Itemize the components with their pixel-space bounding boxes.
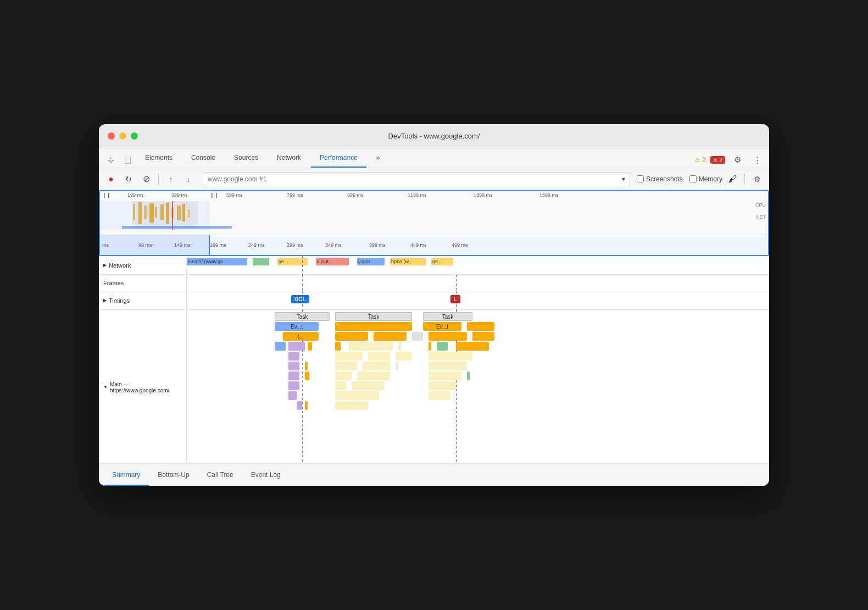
tab-elements[interactable]: Elements (136, 148, 181, 168)
row4-bar-2 (288, 342, 305, 351)
upload-button[interactable]: ↑ (163, 171, 179, 187)
network-bar-ge: ge... (277, 258, 308, 265)
main-expand-icon[interactable]: ▼ (103, 385, 108, 390)
tab-extras: ⚠ 2 ✕ 2 ⚙ ⋮ (694, 152, 765, 168)
task-bar-1: Task (275, 312, 330, 321)
ruler-449: 449 ms (410, 242, 427, 248)
separator-2 (744, 174, 745, 185)
tick-599: 599 ms (226, 192, 243, 198)
url-bar: www.google.com #1 ▾ (203, 172, 630, 186)
network-text: Network (109, 262, 131, 269)
memory-checkbox[interactable]: Memory (689, 175, 722, 183)
error-icon: ✕ (713, 157, 717, 163)
bottom-tab-eventlog[interactable]: Event Log (242, 464, 290, 486)
minimize-button[interactable] (119, 132, 126, 140)
refresh-button[interactable]: ↻ (121, 171, 136, 187)
timings-label: ▶ Timings (99, 291, 187, 309)
window-title: DevTools - www.google.com/ (388, 132, 480, 140)
tab-sources[interactable]: Sources (225, 148, 267, 168)
row5-4 (396, 352, 412, 361)
maximize-button[interactable] (131, 132, 138, 140)
screenshots-input[interactable] (637, 175, 644, 182)
timings-content: DCL L (187, 291, 769, 310)
network-label: ▶ Network (99, 256, 187, 274)
tab-console[interactable]: Console (182, 148, 224, 168)
row8-4 (429, 381, 456, 390)
record-button[interactable]: ● (103, 171, 119, 187)
url-text: www.google.com #1 (208, 175, 266, 183)
memory-input[interactable] (689, 175, 697, 182)
network-expand-icon[interactable]: ▶ (103, 263, 107, 268)
row8-1 (288, 381, 299, 390)
net-label: NET (756, 214, 766, 220)
row9-1 (288, 391, 297, 400)
row9-2 (335, 391, 379, 400)
row4-bar-7 (429, 342, 431, 351)
func-bar-5 (429, 332, 467, 341)
row4-bar-9 (456, 342, 489, 351)
main-track: ▼ Main — https://www.google.com/ Task Ta… (99, 310, 769, 464)
network-bar-main: e.com/ (www.go... (187, 258, 247, 265)
timings-expand-icon[interactable]: ▶ (103, 298, 107, 303)
tick-199: 199 ms (127, 192, 144, 198)
row6-1 (288, 362, 299, 370)
func-bar-4 (412, 332, 423, 341)
network-bar-hpba: hpba (w... (390, 258, 426, 265)
func-bar-1: (... (283, 332, 319, 341)
tab-more[interactable]: » (368, 148, 389, 168)
inspect-icon[interactable]: ⬚ (120, 152, 135, 168)
row9-3 (429, 391, 450, 400)
network-content: e.com/ (www.go... ge... client... v.goo … (187, 256, 769, 275)
overview-container[interactable]: ❙❙ 199 ms 399 ms ❙❙ 599 ms 799 ms 999 ms… (99, 190, 769, 256)
ruler-299: 299 ms (287, 242, 303, 248)
cursor-icon[interactable]: ⊹ (103, 152, 119, 168)
task-bar-3: Task (423, 312, 472, 321)
row4-bar-3 (308, 342, 312, 351)
brush-icon[interactable]: 🖌 (725, 171, 740, 187)
tab-performance[interactable]: Performance (311, 148, 366, 168)
bottom-tab-bottomup[interactable]: Bottom-Up (149, 464, 198, 486)
dropdown-icon[interactable]: ▾ (622, 175, 625, 183)
row7-5 (429, 371, 461, 380)
memory-label: Memory (699, 175, 722, 183)
selection-overlay (100, 235, 210, 255)
network-track: ▶ Network e.com/ (www.go... ge... client… (99, 256, 769, 275)
bottom-tab-summary[interactable]: Summary (103, 464, 149, 486)
tick-799: 799 ms (287, 192, 303, 198)
gear-settings-icon[interactable]: ⚙ (749, 171, 765, 187)
separator-1 (158, 174, 159, 185)
tick-pause-2: ❙❙ (210, 192, 219, 198)
row5-5 (429, 352, 472, 361)
tick-1399: 1399 ms (474, 192, 493, 198)
row6-2 (305, 362, 308, 370)
row8-2 (335, 381, 346, 390)
tab-network[interactable]: Network (268, 148, 310, 168)
row6-5 (396, 362, 398, 370)
more-icon[interactable]: ⋮ (749, 152, 765, 168)
settings-icon[interactable]: ⚙ (730, 152, 745, 168)
lcp-marker: L (450, 295, 460, 303)
download-button[interactable]: ↓ (181, 171, 196, 187)
row4-bar-1 (275, 342, 286, 351)
row4-bar-4 (335, 342, 341, 351)
frames-content (187, 275, 769, 291)
row7-1 (288, 371, 299, 380)
frames-dcl-line (302, 275, 303, 291)
main-label: ▼ Main — https://www.google.com/ (99, 310, 187, 463)
ruler-349: 349 ms (325, 242, 342, 248)
clear-button[interactable]: ⊘ (138, 171, 154, 187)
bottom-tabs: Summary Bottom-Up Call Tree Event Log (99, 464, 769, 486)
close-button[interactable] (108, 132, 115, 140)
titlebar: DevTools - www.google.com/ (99, 124, 769, 148)
screenshots-checkbox[interactable]: Screenshots (637, 175, 683, 183)
row7-3 (335, 371, 352, 380)
bottom-tab-calltree[interactable]: Call Tree (198, 464, 242, 486)
ruler-199: 199 ms (210, 242, 226, 248)
timeline-ruler: ms 99 ms 149 ms 199 ms 249 ms 299 ms 349… (100, 235, 768, 255)
network-bar-ge2: ge... (431, 258, 453, 265)
row7-6 (467, 371, 470, 380)
screenshots-label: Screenshots (646, 175, 683, 183)
row8-3 (352, 381, 385, 390)
network-bar-vgoo: v.goo (357, 258, 385, 265)
func-bar-6 (472, 332, 494, 341)
